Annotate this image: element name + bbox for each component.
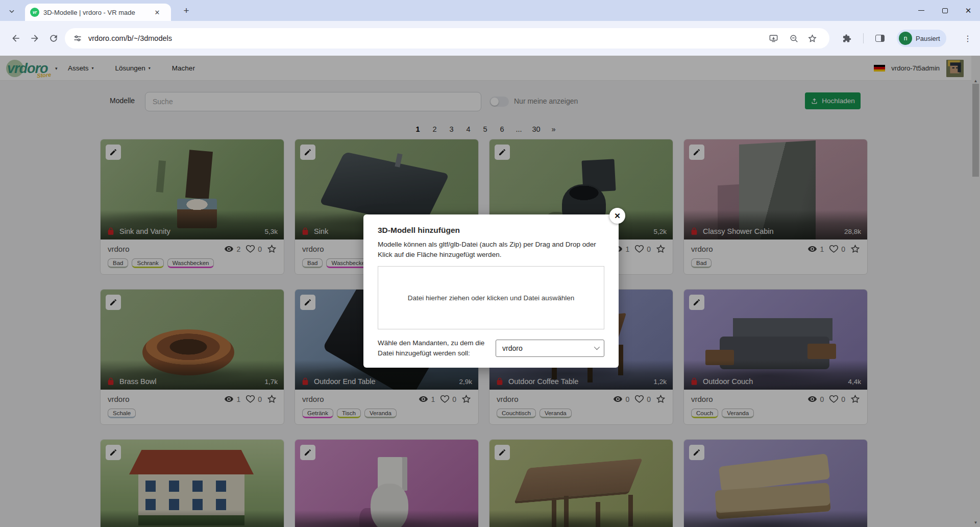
site-favicon: vr bbox=[30, 8, 39, 17]
extensions-button[interactable] bbox=[839, 31, 854, 46]
bookmark-button[interactable] bbox=[807, 33, 817, 43]
star-icon bbox=[807, 34, 817, 43]
browser-window: vr 3D-Modelle | vrdoro - VR made ✕ + ✕ v… bbox=[0, 0, 980, 527]
browser-tab[interactable]: vr 3D-Modelle | vrdoro - VR made ✕ bbox=[25, 4, 171, 21]
minimize-icon bbox=[918, 10, 924, 11]
side-panel-icon bbox=[875, 35, 885, 42]
url-bar[interactable]: vrdoro.com/b/~/3dmodels bbox=[65, 28, 829, 49]
tenant-select[interactable]: vrdoro bbox=[496, 340, 604, 357]
maximize-icon bbox=[942, 8, 948, 13]
browser-toolbar: vrdoro.com/b/~/3dmodels n Pausiert ⋮ bbox=[0, 21, 980, 56]
back-icon bbox=[11, 33, 21, 43]
profile-status: Pausiert bbox=[916, 35, 940, 42]
forward-icon bbox=[30, 33, 40, 43]
profile-avatar: n bbox=[899, 32, 912, 45]
maximize-button[interactable] bbox=[933, 0, 957, 21]
browser-menu-button[interactable]: ⋮ bbox=[960, 31, 975, 46]
zoom-button[interactable] bbox=[789, 33, 799, 43]
close-button[interactable]: ✕ bbox=[957, 0, 980, 21]
install-icon bbox=[769, 34, 778, 43]
dialog-title: 3D-Modell hinzufügen bbox=[378, 226, 604, 235]
tab-close-icon[interactable]: ✕ bbox=[153, 8, 162, 17]
profile-button[interactable]: n Pausiert bbox=[897, 30, 946, 47]
toolbar-divider bbox=[863, 33, 864, 43]
minimize-button[interactable] bbox=[910, 0, 933, 21]
tab-strip: vr 3D-Modelle | vrdoro - VR made ✕ + ✕ bbox=[0, 0, 980, 21]
select-chevron-icon bbox=[594, 344, 600, 350]
tenant-row: Wähle den Mandanten, zu dem die Datei hi… bbox=[378, 338, 604, 358]
zoom-out-icon bbox=[789, 34, 799, 43]
back-button[interactable] bbox=[8, 31, 23, 46]
side-panel-button[interactable] bbox=[872, 31, 888, 46]
page-viewport: vrdoro Store ▾ Assets▾Lösungen▾Macher vr… bbox=[0, 56, 980, 527]
window-controls: ✕ bbox=[910, 0, 980, 21]
new-tab-button[interactable]: + bbox=[180, 4, 193, 17]
file-dropzone[interactable]: Datei hierher ziehen oder klicken und Da… bbox=[378, 266, 604, 329]
url-text[interactable]: vrdoro.com/b/~/3dmodels bbox=[88, 34, 172, 42]
tenant-selected-value: vrdoro bbox=[502, 344, 523, 352]
install-app-button[interactable] bbox=[768, 33, 778, 43]
close-icon: ✕ bbox=[965, 6, 972, 15]
site-info-icon[interactable] bbox=[73, 34, 82, 43]
tab-title: 3D-Modelle | vrdoro - VR made bbox=[43, 9, 153, 16]
dropzone-text: Datei hierher ziehen oder klicken und Da… bbox=[408, 294, 574, 302]
reload-button[interactable] bbox=[46, 31, 61, 46]
reload-icon bbox=[48, 33, 59, 43]
tenant-label: Wähle den Mandanten, zu dem die Datei hi… bbox=[378, 338, 489, 358]
extensions-puzzle-icon bbox=[841, 33, 852, 44]
chevron-down-icon bbox=[8, 8, 15, 15]
dialog-close-button[interactable]: ✕ bbox=[609, 208, 625, 224]
add-model-dialog: ✕ 3D-Modell hinzufügen Modelle können al… bbox=[363, 214, 619, 368]
forward-button[interactable] bbox=[27, 31, 42, 46]
dialog-description: Modelle können als gltf/glb-Datei (auch … bbox=[378, 239, 604, 259]
tab-search-button[interactable] bbox=[5, 5, 18, 18]
